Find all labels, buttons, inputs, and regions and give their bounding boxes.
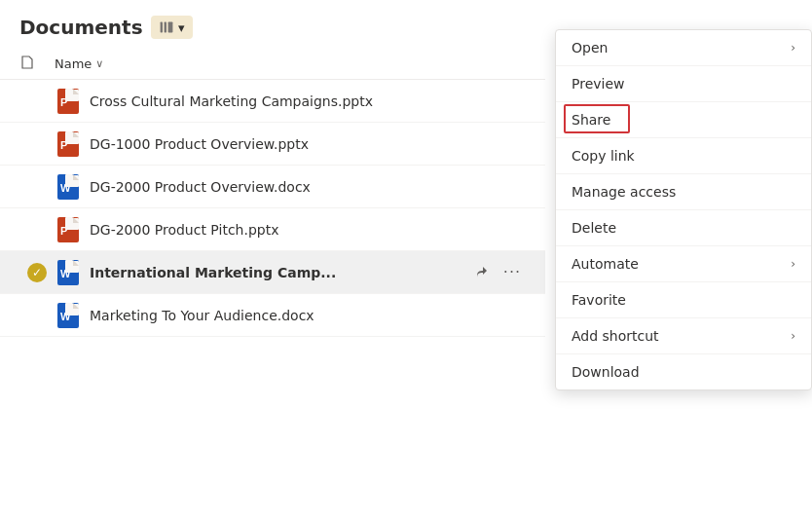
list-header: Name ∨ [0, 49, 545, 80]
svg-rect-14 [65, 174, 73, 182]
file-name-text: DG-2000 Product Pitch.pptx [90, 222, 526, 238]
menu-item-automate[interactable]: Automate › [556, 246, 811, 282]
menu-item-label: Open [572, 40, 791, 56]
chevron-right-icon: › [791, 41, 795, 55]
pptx-icon: P [57, 131, 79, 157]
chevron-right-icon: › [791, 329, 795, 343]
svg-rect-1 [164, 21, 166, 32]
view-chevron: ▾ [178, 20, 185, 35]
svg-rect-6 [65, 89, 73, 96]
menu-item-favorite[interactable]: Favorite [556, 282, 811, 318]
file-list: Name ∨ P Cross Cultural Marketing Campai… [0, 49, 545, 337]
menu-item-copy-link[interactable]: Copy link [556, 138, 811, 174]
file-row[interactable]: P Cross Cultural Marketing Campaigns.ppt… [0, 80, 545, 123]
docx-icon: W [57, 174, 79, 200]
library-icon [159, 19, 174, 35]
menu-item-label: Download [572, 364, 795, 380]
menu-item-label: Automate [572, 256, 791, 272]
file-header-icon [19, 55, 35, 70]
menu-item-label: Share [572, 112, 795, 128]
menu-item-label: Preview [572, 76, 795, 92]
file-name-text: Cross Cultural Marketing Campaigns.pptx [90, 93, 526, 109]
share-icon [473, 265, 489, 280]
view-toggle-button[interactable]: ▾ [151, 16, 193, 39]
file-type-icon: P [55, 89, 82, 114]
svg-rect-26 [65, 303, 73, 311]
page-title: Documents [19, 16, 143, 39]
ellipsis-icon: ··· [503, 263, 521, 281]
selected-check-icon: ✓ [27, 263, 47, 282]
file-type-icon: W [55, 174, 82, 200]
pptx-icon: P [57, 89, 79, 114]
file-type-icon: W [55, 303, 82, 328]
share-row-button[interactable] [467, 259, 495, 286]
file-row[interactable]: P DG-1000 Product Overview.pptx [0, 123, 545, 166]
menu-item-label: Delete [572, 220, 795, 236]
menu-item-delete[interactable]: Delete [556, 210, 811, 246]
row-check-area: ✓ [19, 263, 55, 282]
file-row[interactable]: W Marketing To Your Audience.docx [0, 294, 545, 337]
name-column-header[interactable]: Name ∨ [55, 56, 103, 71]
svg-rect-2 [167, 21, 172, 32]
svg-rect-18 [65, 217, 73, 225]
file-row[interactable]: P DG-2000 Product Pitch.pptx [0, 208, 545, 251]
file-row[interactable]: W DG-2000 Product Overview.docx [0, 166, 545, 208]
menu-item-open[interactable]: Open › [556, 30, 811, 66]
file-name-text: DG-2000 Product Overview.docx [90, 179, 526, 195]
pptx-icon: P [57, 217, 79, 242]
menu-item-share[interactable]: Share [556, 102, 811, 138]
menu-item-label: Copy link [572, 148, 795, 164]
context-menu: Open › Preview Share Copy link Manage ac… [555, 29, 812, 390]
menu-item-label: Favorite [572, 292, 795, 308]
menu-item-preview[interactable]: Preview [556, 66, 811, 102]
menu-item-manage-access[interactable]: Manage access [556, 174, 811, 210]
file-type-icon: P [55, 217, 82, 242]
header-icon-col [19, 55, 55, 73]
file-name-text: International Marketing Camp... [90, 265, 467, 280]
docx-icon: W [57, 260, 79, 285]
sort-chevron-icon: ∨ [95, 57, 103, 70]
docx-icon: W [57, 303, 79, 328]
menu-item-label: Manage access [572, 184, 795, 200]
menu-item-download[interactable]: Download [556, 354, 811, 389]
file-type-icon: P [55, 131, 82, 157]
file-name-text: DG-1000 Product Overview.pptx [90, 136, 526, 152]
file-type-icon: W [55, 260, 82, 285]
chevron-right-icon: › [791, 257, 795, 271]
svg-rect-22 [65, 260, 73, 268]
svg-rect-0 [160, 21, 162, 32]
svg-rect-10 [65, 131, 73, 139]
row-actions: ··· [467, 259, 526, 286]
menu-item-add-shortcut[interactable]: Add shortcut › [556, 318, 811, 354]
file-row-selected[interactable]: ✓ W International Marketing Camp... [0, 251, 545, 294]
file-name-text: Marketing To Your Audience.docx [90, 308, 526, 323]
more-options-button[interactable]: ··· [498, 259, 526, 286]
menu-item-label: Add shortcut [572, 328, 791, 344]
